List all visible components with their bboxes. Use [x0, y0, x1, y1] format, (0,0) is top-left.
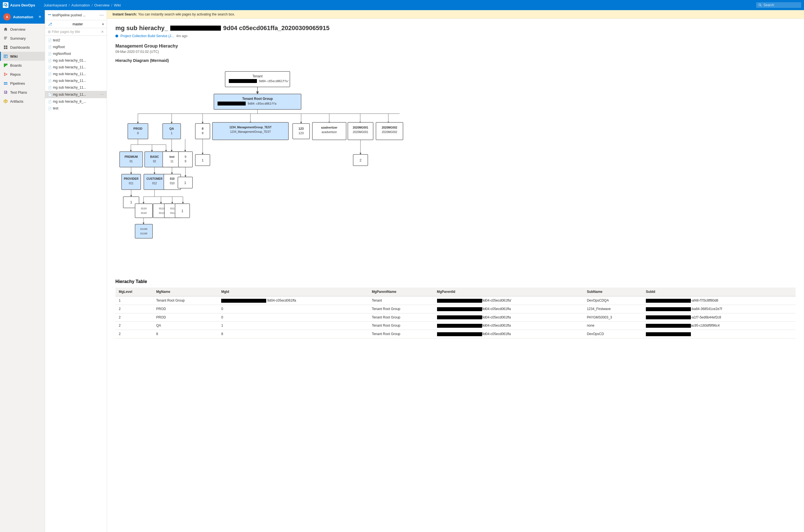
wiki-tree-item[interactable]: 📄 mg sub hierachy_11...: [45, 77, 107, 84]
wiki-tree-item[interactable]: 📄 mg sub hierachy_01...: [45, 57, 107, 64]
svg-text:8: 8: [202, 127, 204, 130]
sidebar-item-wiki[interactable]: Wiki: [0, 52, 45, 61]
svg-rect-4: [4, 39, 6, 39]
svg-text:9d04-c05ecd061ffa: 9d04-c05ecd061ffa: [248, 102, 276, 105]
wiki-pipeline-info: testPipeline pushed ...: [48, 13, 86, 17]
svg-text:1: 1: [182, 209, 184, 213]
wiki-search-input[interactable]: [52, 30, 100, 34]
artifacts-icon: [3, 99, 8, 103]
main-content: Instant Search: You can instantly search…: [107, 10, 804, 532]
wiki-tree-item[interactable]: 📄 test2: [45, 37, 107, 44]
sidebar-item-testplans[interactable]: Test Plans: [0, 88, 45, 97]
svg-text:test: test: [169, 155, 174, 158]
sidebar-nav: Overview Summary Dashboards Wiki: [0, 24, 45, 107]
sidebar: A Automation + Overview Summary: [0, 10, 45, 532]
wiki-tree-item[interactable]: 📄 mg sub hierachy_11...: [45, 84, 107, 91]
col-subname: SubName: [583, 287, 642, 296]
page-label: mg sub hierachy_11...: [53, 72, 86, 76]
instant-search-message: You can instantly search wiki pages by a…: [138, 12, 235, 16]
status-dot: [115, 35, 118, 37]
app-logo: Azure DevOps: [3, 2, 35, 8]
home-icon: [3, 27, 8, 32]
more-options-button[interactable]: ⋯: [100, 92, 104, 97]
svg-text:QA: QA: [169, 127, 174, 130]
branch-selector[interactable]: ⎇ master ▾: [45, 20, 107, 28]
add-button[interactable]: +: [38, 14, 41, 19]
page-label: mgRoot: [53, 45, 65, 49]
svg-text:8: 8: [202, 131, 204, 135]
page-label: mg sub hierachy_8_...: [53, 100, 86, 103]
sidebar-item-boards[interactable]: Boards: [0, 61, 45, 70]
col-mglevel: MgLevel: [115, 287, 153, 296]
table-row: 2 8 8 Tenant Root Group 9d04-c05ecd061ff…: [115, 330, 796, 339]
instant-search-bar: Instant Search: You can instantly search…: [107, 10, 804, 19]
breadcrumb: Julianhayward / Automation / Overview / …: [44, 3, 753, 7]
author-name[interactable]: Project Collection Build Service (J...: [120, 34, 174, 38]
page-meta: Project Collection Build Service (J... 4…: [115, 34, 796, 38]
wiki-options-button[interactable]: ⋯: [99, 12, 104, 18]
svg-text:PREMIUM: PREMIUM: [125, 155, 137, 158]
svg-rect-8: [6, 48, 7, 49]
wiki-tree-item[interactable]: 📄 mgNonRoot: [45, 50, 107, 57]
sidebar-item-label: Summary: [10, 36, 26, 40]
wiki-tree-item-active[interactable]: 📄 mg sub hierachy_11... ⋯: [45, 91, 107, 98]
svg-rect-17: [229, 79, 257, 83]
breadcrumb-area[interactable]: Overview: [94, 3, 110, 7]
svg-text:PROD: PROD: [133, 127, 143, 130]
sidebar-item-label: Boards: [10, 63, 22, 68]
svg-text:1234_ManagementGroup_TEST: 1234_ManagementGroup_TEST: [229, 126, 272, 129]
wiki-tree-item[interactable]: 📄 mgRoot: [45, 44, 107, 50]
wiki-tree-item[interactable]: 📄 mg sub hierachy_11...: [45, 64, 107, 71]
title-redacted: [170, 25, 221, 31]
sidebar-item-dashboards[interactable]: Dashboards: [0, 43, 45, 52]
page-icon: 📄: [48, 39, 52, 42]
search-input[interactable]: [764, 3, 792, 7]
sidebar-item-label: Overview: [10, 27, 25, 32]
sidebar-item-overview[interactable]: Overview: [0, 25, 45, 34]
page-label: mg sub hierachy_11...: [53, 86, 86, 90]
page-icon: 📄: [48, 93, 52, 96]
svg-rect-5: [4, 45, 5, 47]
breadcrumb-project[interactable]: Automation: [72, 3, 90, 7]
search-box[interactable]: [756, 2, 801, 8]
svg-rect-10: [5, 63, 6, 66]
table-row: 2 PROD 0 Tenant Root Group 9d04-c05ecd06…: [115, 313, 796, 322]
pipeline-name: testPipeline pushed ...: [52, 13, 86, 17]
table-section: Hierachy Table MgLevel MgName MgId MgPar…: [115, 279, 796, 339]
main-layout: A Automation + Overview Summary: [0, 10, 804, 532]
breadcrumb-org[interactable]: Julianhayward: [44, 3, 67, 7]
wiki-tree-item[interactable]: 📄 mg sub hierachy_11...: [45, 71, 107, 77]
svg-text:11: 11: [170, 160, 174, 163]
summary-icon: [3, 36, 8, 40]
topbar: Azure DevOps Julianhayward / Automation …: [0, 0, 804, 10]
wiki-tree: 📄 test2 📄 mgRoot 📄 mgNonRoot 📄 mg sub hi…: [45, 36, 107, 532]
sidebar-item-repos[interactable]: Repos: [0, 70, 45, 79]
svg-point-12: [4, 73, 5, 74]
table-row: 2 PROD 0 Tenant Root Group 9d04-c05ecd06…: [115, 305, 796, 313]
svg-text:1234_ManagementGroup_TEST: 1234_ManagementGroup_TEST: [230, 130, 271, 133]
svg-text:Tenant: Tenant: [253, 74, 263, 78]
svg-text:1: 1: [202, 158, 204, 162]
svg-rect-63: [119, 152, 143, 167]
sidebar-item-label: Artifacts: [10, 99, 23, 103]
sidebar-item-artifacts[interactable]: Artifacts: [0, 97, 45, 106]
sidebar-item-label: Test Plans: [10, 90, 27, 95]
close-icon[interactable]: ✕: [101, 30, 104, 34]
repos-icon: [3, 72, 8, 77]
wiki-icon: [3, 54, 8, 58]
page-icon: 📄: [48, 45, 52, 49]
sidebar-item-label: Wiki: [10, 54, 18, 58]
page-icon: 📄: [48, 65, 52, 69]
wiki-tree-item[interactable]: 📄 mg sub hierachy_8_...: [45, 98, 107, 105]
wiki-tree-item[interactable]: 📄 test: [45, 105, 107, 112]
page-icon: 📄: [48, 59, 52, 62]
page-label: mg sub hierachy_11...: [53, 93, 86, 96]
page-label: test: [53, 106, 58, 110]
sidebar-item-pipelines[interactable]: Pipelines: [0, 79, 45, 88]
instant-search-label: Instant Search:: [113, 12, 137, 16]
breadcrumb-page[interactable]: Wiki: [114, 3, 121, 7]
sidebar-item-summary[interactable]: Summary: [0, 34, 45, 43]
table-title: Hierachy Table: [115, 279, 796, 284]
sidebar-item-label: Dashboards: [10, 45, 30, 50]
svg-text:BASIC: BASIC: [150, 155, 159, 158]
